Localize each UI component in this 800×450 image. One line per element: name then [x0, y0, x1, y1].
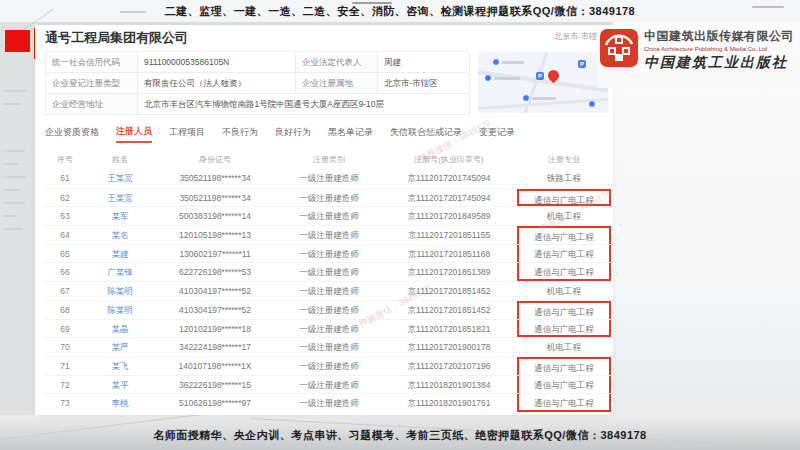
- legal-rep-label: 企业法定代表人: [296, 52, 378, 73]
- company-info-table: 统一社会信用代码 91110000053586105N 企业法定代表人 周建 企…: [45, 51, 470, 115]
- tab-1[interactable]: 注册人员: [116, 125, 152, 143]
- map-poi-icon: [484, 74, 492, 82]
- id-number: 350521198******34: [155, 189, 275, 207]
- reg-area-label: 企业注册属地: [296, 73, 378, 94]
- person-name-link[interactable]: 某名: [85, 226, 155, 244]
- company-page-panel: 通号工程局集团有限公司 北京市-市辖区 统一社会信用代码 91110000053…: [35, 25, 613, 415]
- id-number: 362226198******15: [155, 376, 275, 394]
- press-name: 中国建筑工业出版社: [644, 54, 794, 72]
- person-name-link[interactable]: 某军: [85, 207, 155, 225]
- table-row: 65某建130602197******11一级注册建造师京11120172018…: [45, 244, 613, 263]
- column-header: 序号: [45, 151, 85, 169]
- register-category: 一级注册建造师: [275, 245, 383, 263]
- person-name-link[interactable]: 某平: [85, 376, 155, 394]
- table-row: 61王某宽350521198******34一级注册建造师京1112017201…: [45, 169, 613, 188]
- column-header: 注册类别: [275, 151, 383, 169]
- table-row: 72某平362226198******15一级注册建造师京11120182019…: [45, 375, 613, 394]
- person-name-link[interactable]: 李桃: [85, 394, 155, 412]
- info-row: 统一社会信用代码 91110000053586105N 企业法定代表人 周建: [46, 52, 470, 73]
- table-row: 63某军500383198******14一级注册建造师京11120172018…: [45, 206, 613, 225]
- table-row: 64某名120105198******13一级注册建造师京11120172018…: [45, 225, 613, 244]
- table-row: 70某严342224198******17一级注册建造师京11120172019…: [45, 337, 613, 356]
- reg-type-value: 有限责任公司（法人独资）: [138, 73, 296, 94]
- publisher-logo: 中国建筑出版传媒有限公司 China Architecture Publishi…: [597, 26, 800, 88]
- id-number: 120105198******13: [155, 226, 275, 244]
- tab-2[interactable]: 工程项目: [169, 126, 205, 142]
- register-category: 一级注册建造师: [275, 207, 383, 225]
- slide-stage: 二建、监理、一建、一造、二造、安全、消防、咨询、检测课程押题联系QQ/微信：38…: [0, 0, 800, 450]
- register-number: 京1112017201851389: [383, 263, 515, 281]
- divider: [3, 228, 23, 230]
- register-major: 通信与广电工程: [515, 245, 613, 263]
- person-name-link[interactable]: 某建: [85, 245, 155, 263]
- person-name-link[interactable]: 某严: [85, 338, 155, 356]
- person-name-link[interactable]: 王某宽: [85, 169, 155, 188]
- person-name-link[interactable]: 某晶: [85, 320, 155, 338]
- credit-code-value: 91110000053586105N: [138, 52, 296, 73]
- register-number: 京1112017201745094: [383, 169, 515, 188]
- register-number: 京1112017201851155: [383, 226, 515, 244]
- reg-area-value: 北京市-市辖区: [378, 73, 470, 94]
- column-header: 注册专业: [515, 151, 613, 169]
- register-number: 京1112017202107196: [383, 357, 515, 375]
- register-number: 京1112017201849589: [383, 207, 515, 225]
- major-text: 机电工程: [517, 282, 611, 300]
- register-category: 一级注册建造师: [275, 282, 383, 300]
- register-category: 一级注册建造师: [275, 263, 383, 281]
- tab-3[interactable]: 不良行为: [222, 126, 258, 142]
- row-number: 69: [45, 320, 85, 338]
- major-text: 机电工程: [517, 338, 611, 356]
- table-row: 73李桃510626198******97一级注册建造师京11120182019…: [45, 393, 613, 412]
- top-ad-banner: 二建、监理、一建、一造、二造、安全、消防、咨询、检测课程押题联系QQ/微信：38…: [0, 4, 800, 19]
- publisher-name-cn: 中国建筑出版传媒有限公司: [644, 28, 794, 45]
- map-poi-icon: [522, 94, 530, 102]
- register-number: 京1112017201745094: [383, 189, 515, 207]
- row-number: 68: [45, 301, 85, 319]
- id-number: 500383198******14: [155, 207, 275, 225]
- row-number: 72: [45, 376, 85, 394]
- row-number: 71: [45, 357, 85, 375]
- row-number: 62: [45, 189, 85, 207]
- tab-5[interactable]: 黑名单记录: [328, 126, 373, 142]
- register-category: 一级注册建造师: [275, 189, 383, 207]
- tab-0[interactable]: 企业资质资格: [45, 126, 99, 142]
- map-label: [532, 97, 556, 100]
- id-number: 130602197******11: [155, 245, 275, 263]
- row-number: 70: [45, 338, 85, 356]
- row-number: 67: [45, 282, 85, 300]
- page-title: 通号工程局集团有限公司: [45, 29, 188, 47]
- register-number: 京1112017201851168: [383, 245, 515, 263]
- register-number: 京1112017201900178: [383, 338, 515, 356]
- location-map[interactable]: P P: [478, 52, 608, 113]
- person-name-link[interactable]: 广某锋: [85, 263, 155, 281]
- map-poi-icon: [492, 58, 500, 66]
- major-highlight-box: 通信与广电工程: [517, 245, 611, 263]
- register-major: 通信与广电工程: [515, 376, 613, 394]
- major-highlight-box: 通信与广电工程: [517, 263, 611, 281]
- info-row: 企业经营地址 北京市丰台区汽车博物馆南路1号院中国通号大厦A座西区9-10层: [46, 94, 470, 115]
- table-header: 序号姓名身份证号注册类别注册号(执业印章号)注册专业: [45, 151, 613, 169]
- parking-icon: P: [578, 60, 586, 68]
- id-number: 342224198******17: [155, 338, 275, 356]
- divider: [3, 163, 19, 165]
- divider: [3, 90, 27, 92]
- register-number: 京1112017201851821: [383, 320, 515, 338]
- row-number: 66: [45, 263, 85, 281]
- map-label: [502, 61, 524, 64]
- register-major: 通信与广电工程: [515, 226, 613, 244]
- person-name-link[interactable]: 王某宽: [85, 189, 155, 207]
- row-number: 61: [45, 169, 85, 188]
- row-number: 64: [45, 226, 85, 244]
- person-name-link[interactable]: 陈某明: [85, 282, 155, 300]
- divider: [3, 103, 21, 105]
- bottom-ad-banner: 名师面授精华、央企内训、考点串讲、习题模考、考前三页纸、绝密押题联系QQ/微信：…: [0, 428, 800, 443]
- divider: [3, 202, 25, 204]
- person-name-link[interactable]: 某飞: [85, 357, 155, 375]
- major-highlight-box: 通信与广电工程: [517, 320, 611, 338]
- tab-4[interactable]: 良好行为: [275, 126, 311, 142]
- person-name-link[interactable]: 陈某明: [85, 301, 155, 319]
- table-row: 67陈某明410304197******52一级注册建造师京1112017201…: [45, 281, 613, 300]
- major-highlight-box: 通信与广电工程: [517, 301, 611, 319]
- id-number: 410304197******52: [155, 282, 275, 300]
- parking-icon: P: [536, 72, 544, 80]
